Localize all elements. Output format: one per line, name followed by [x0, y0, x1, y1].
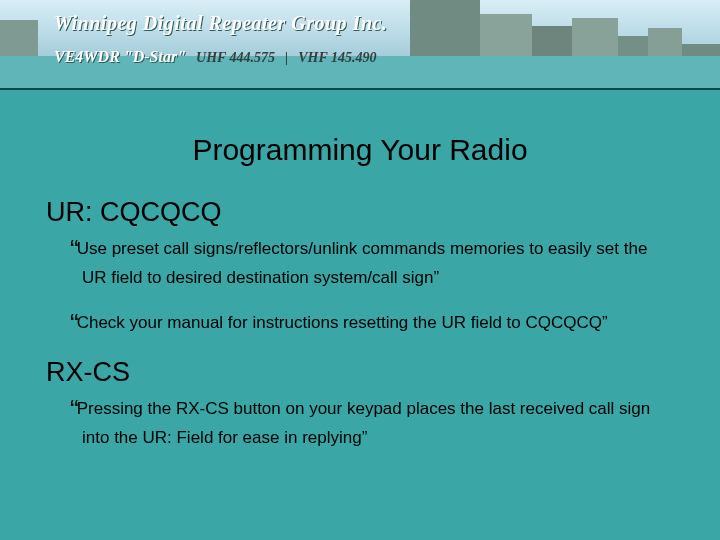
slide-title: Programming Your Radio [46, 133, 674, 167]
bullet-text: “Check your manual for instructions rese… [46, 306, 674, 341]
freq-uhf: UHF 444.575 [196, 50, 275, 66]
bullet-content: Use preset call signs/reflectors/unlink … [77, 239, 648, 287]
bullet-content: Check your manual for instructions reset… [77, 313, 608, 332]
section-heading-rxcs: RX-CS [46, 357, 674, 388]
header-banner: Winnipeg Digital Repeater Group Inc. VE4… [0, 0, 720, 95]
freq-vhf: VHF 145.490 [298, 50, 376, 66]
bullet-content: Pressing the RX-CS button on your keypad… [77, 399, 651, 447]
banner-divider [0, 88, 720, 90]
section-heading-ur: UR: CQCQCQ [46, 197, 674, 228]
callsign: VE4WDR "D-Star" [54, 48, 186, 66]
org-name: Winnipeg Digital Repeater Group Inc. [54, 12, 387, 35]
banner-sub-row: VE4WDR "D-Star" UHF 444.575 | VHF 145.49… [54, 48, 377, 66]
bullet-text: “Pressing the RX-CS button on your keypa… [46, 392, 674, 450]
bullet-text: “Use preset call signs/reflectors/unlink… [46, 232, 674, 290]
slide-content: Programming Your Radio UR: CQCQCQ “Use p… [0, 133, 720, 450]
freq-divider: | [285, 50, 288, 66]
